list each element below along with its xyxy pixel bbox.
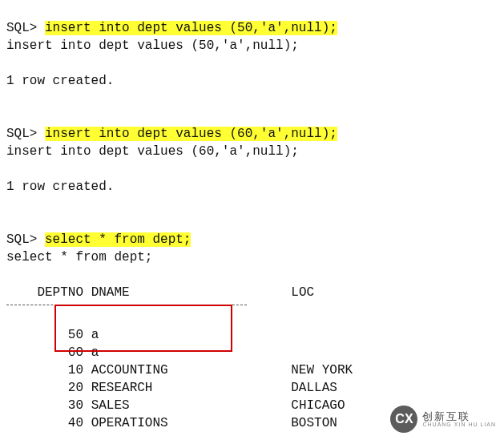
cell-deptno: 30 <box>68 398 83 413</box>
cell-dname: a <box>91 345 99 360</box>
sql-echo-insert-60: insert into dept values (60,'a',null); <box>6 144 299 159</box>
cell-deptno: 20 <box>68 381 83 395</box>
column-header-loc: LOC <box>291 285 314 300</box>
logo-text: 创新互联 CHUANG XIN HU LIAN <box>422 411 496 427</box>
logo-english: CHUANG XIN HU LIAN <box>422 422 496 427</box>
row-created-message: 1 row created. <box>6 74 114 88</box>
cell-loc: CHICAGO <box>291 398 345 413</box>
cell-dname: a <box>91 328 99 342</box>
cell-deptno: 50 <box>68 328 83 342</box>
sql-command-insert-50: insert into dept values (50,'a',null); <box>45 21 337 35</box>
column-header-dname: DNAME <box>91 285 130 300</box>
sql-prompt: SQL> <box>6 127 37 141</box>
sql-command-insert-60: insert into dept values (60,'a',null); <box>45 127 337 141</box>
sql-prompt: SQL> <box>6 232 37 247</box>
watermark-logo: CX 创新互联 CHUANG XIN HU LIAN <box>390 406 496 433</box>
logo-chinese: 创新互联 <box>422 411 496 422</box>
cell-dname: OPERATIONS <box>91 416 168 430</box>
terminal-output: SQL> insert into dept values (50,'a',nul… <box>0 0 504 444</box>
sql-echo-select: select * from dept; <box>6 250 152 264</box>
cell-loc: BOSTON <box>291 416 337 430</box>
cell-loc: NEW YORK <box>291 363 353 377</box>
row-created-message: 1 row created. <box>6 180 114 194</box>
cell-deptno: 10 <box>68 363 83 377</box>
cell-deptno: 40 <box>68 416 83 430</box>
sql-echo-insert-50: insert into dept values (50,'a',null); <box>6 38 299 53</box>
cell-dname: SALES <box>91 398 130 413</box>
cell-dname: RESEARCH <box>91 381 153 395</box>
cell-deptno: 60 <box>68 345 83 360</box>
column-header-deptno: DEPTNO <box>37 285 83 300</box>
cell-dname: ACCOUNTING <box>91 363 168 377</box>
cell-loc: DALLAS <box>291 381 337 395</box>
table-divider <box>6 305 247 305</box>
sql-prompt: SQL> <box>6 21 37 35</box>
logo-badge-icon: CX <box>390 406 417 433</box>
sql-command-select: select * from dept; <box>45 232 191 247</box>
